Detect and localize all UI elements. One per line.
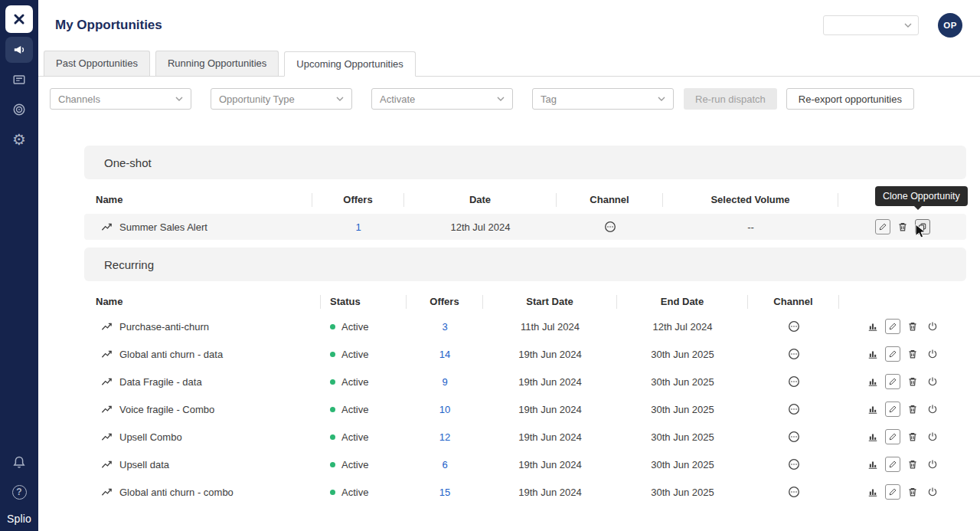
power-icon <box>927 404 938 415</box>
stats-button[interactable] <box>865 429 880 444</box>
opportunity-name: Summer Sales Alert <box>119 221 207 233</box>
section-recurring: Recurring <box>84 247 966 281</box>
start-date-value: 11th Jul 2024 <box>483 321 617 333</box>
start-date-value: 19th Jun 2024 <box>483 404 617 415</box>
deactivate-button[interactable] <box>925 346 940 362</box>
workspace-select[interactable] <box>823 15 919 35</box>
offers-count-link[interactable]: 12 <box>439 431 450 443</box>
sidebar-item-help[interactable]: ? <box>5 479 33 505</box>
sidebar-item-settings[interactable]: ⚙ <box>5 126 33 152</box>
sidebar-item-campaigns[interactable] <box>5 37 33 63</box>
section-title: One-shot <box>104 156 152 169</box>
deactivate-button[interactable] <box>925 457 940 472</box>
tag-filter[interactable]: Tag <box>532 88 674 110</box>
offers-count-link[interactable]: 10 <box>439 404 450 415</box>
delete-button[interactable] <box>895 219 910 234</box>
activate-filter[interactable]: Activate <box>371 88 513 110</box>
edit-button[interactable] <box>885 346 900 362</box>
table-row[interactable]: Summer Sales Alert 1 12th Jul 2024 -- <box>84 214 966 240</box>
rerun-dispatch-button[interactable]: Re-run dispatch <box>684 88 777 110</box>
stats-button[interactable] <box>865 319 880 334</box>
stats-button[interactable] <box>865 402 880 417</box>
status-label: Active <box>341 376 368 388</box>
status-label: Active <box>341 321 368 333</box>
edit-button[interactable] <box>875 219 890 234</box>
offers-count-link[interactable]: 3 <box>442 321 447 333</box>
opportunity-name: Purchase-anti-churn <box>119 321 209 333</box>
opportunity-type-filter[interactable]: Opportunity Type <box>211 88 352 110</box>
recurring-table-header: Name Status Offers Start Date End Date C… <box>84 291 966 313</box>
table-row[interactable]: Purchase-anti-churn Active 3 11th Jul 20… <box>84 313 966 340</box>
table-row[interactable]: Voice fragile - Combo Active 10 19th Jun… <box>84 395 966 423</box>
avatar[interactable]: OP <box>938 13 962 38</box>
delete-button[interactable] <box>905 457 920 472</box>
table-row[interactable]: Data Fragile - data Active 9 19th Jun 20… <box>84 368 966 395</box>
edit-button[interactable] <box>885 374 900 389</box>
stats-button[interactable] <box>865 346 880 362</box>
table-row[interactable]: Upsell data Active 6 19th Jun 2024 30th … <box>84 451 966 478</box>
channels-filter[interactable]: Channels <box>50 88 191 110</box>
sidebar-item-targeting[interactable] <box>5 97 33 123</box>
status-active-dot <box>330 407 335 412</box>
notifications-icon <box>12 455 26 469</box>
sidebar-item-notifications[interactable] <box>5 449 33 475</box>
end-date-value: 30th Jun 2025 <box>617 487 748 498</box>
channel-ellipsis-icon <box>604 221 616 233</box>
tab-past-opportunities[interactable]: Past Opportunities <box>44 51 150 76</box>
opportunity-name: Voice fragile - Combo <box>119 404 214 415</box>
stats-button[interactable] <box>865 484 880 500</box>
offers-count-link[interactable]: 9 <box>442 376 447 388</box>
reexport-opportunities-button[interactable]: Re-export opportunities <box>786 88 914 110</box>
pencil-icon <box>888 432 897 441</box>
edit-button[interactable] <box>885 402 900 417</box>
start-date-value: 19th Jun 2024 <box>483 459 617 470</box>
table-row[interactable]: Global anti churn - data Active 14 19th … <box>84 340 966 368</box>
offers-count-link[interactable]: 1 <box>355 221 361 233</box>
table-row[interactable]: Global anti churn - combo Active 15 19th… <box>84 478 966 506</box>
deactivate-button[interactable] <box>925 429 940 444</box>
splio-logo[interactable] <box>5 5 33 33</box>
sidebar-item-newsletters[interactable] <box>5 67 33 93</box>
edit-button[interactable] <box>885 319 900 334</box>
edit-button[interactable] <box>885 429 900 444</box>
chevron-down-icon <box>336 97 344 101</box>
edit-button[interactable] <box>885 484 900 500</box>
column-header-end-date: End Date <box>617 295 748 309</box>
pencil-icon <box>888 322 897 331</box>
power-icon <box>927 349 938 359</box>
opportunity-name: Global anti churn - data <box>119 349 223 360</box>
deactivate-button[interactable] <box>925 484 940 500</box>
deactivate-button[interactable] <box>925 402 940 417</box>
delete-button[interactable] <box>905 319 920 334</box>
start-date-value: 19th Jun 2024 <box>483 376 617 388</box>
clone-button[interactable] <box>915 219 930 234</box>
delete-button[interactable] <box>905 484 920 500</box>
deactivate-button[interactable] <box>925 374 940 389</box>
column-header-name: Name <box>84 295 321 309</box>
app-header: My Opportunities OP <box>38 0 980 51</box>
stats-button[interactable] <box>865 457 880 472</box>
deactivate-button[interactable] <box>925 319 940 334</box>
section-one-shot: One-shot <box>84 146 966 179</box>
offers-count-link[interactable]: 6 <box>442 459 447 470</box>
one-shot-table-header: Name Offers Date Channel Selected Volume <box>84 189 966 211</box>
delete-button[interactable] <box>905 346 920 362</box>
status-active-dot <box>330 324 335 329</box>
delete-button[interactable] <box>905 402 920 417</box>
column-header-name: Name <box>84 193 312 207</box>
bar-chart-icon <box>867 487 878 497</box>
status-label: Active <box>341 487 368 498</box>
delete-button[interactable] <box>905 429 920 444</box>
offers-count-link[interactable]: 15 <box>439 487 450 498</box>
start-date-value: 19th Jun 2024 <box>483 487 617 498</box>
trend-icon <box>101 431 113 443</box>
delete-button[interactable] <box>905 374 920 389</box>
table-row[interactable]: Upsell Combo Active 12 19th Jun 2024 30t… <box>84 423 966 451</box>
tab-upcoming-opportunities[interactable]: Upcoming Opportunities <box>284 51 415 77</box>
edit-button[interactable] <box>885 457 900 472</box>
offers-count-link[interactable]: 14 <box>439 349 450 360</box>
stats-button[interactable] <box>865 374 880 389</box>
tab-running-opportunities[interactable]: Running Opportunities <box>155 51 279 76</box>
opportunity-name: Global anti churn - combo <box>119 487 234 498</box>
filter-bar: Channels Opportunity Type Activate Tag R… <box>38 77 980 110</box>
